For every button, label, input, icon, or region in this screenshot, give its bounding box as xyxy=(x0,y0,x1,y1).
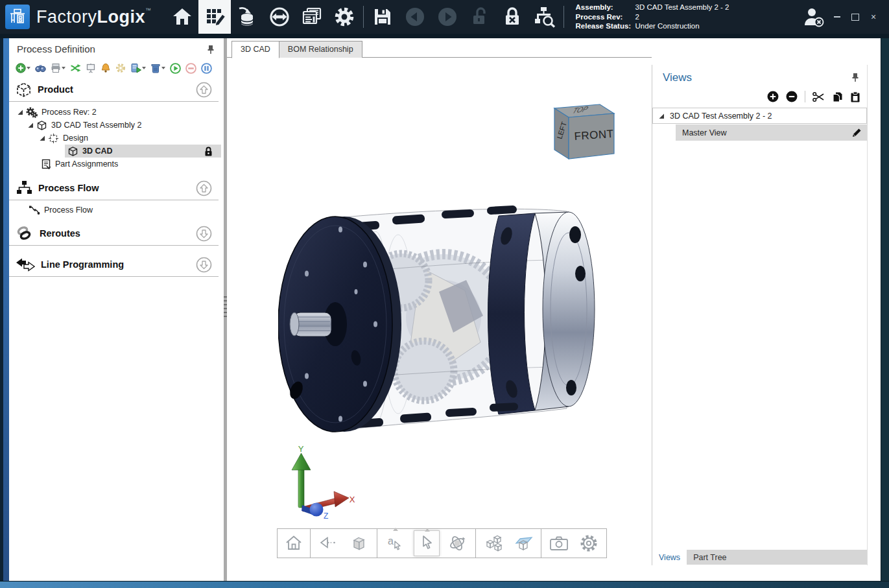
lock-close-button[interactable] xyxy=(496,0,528,34)
section-label: Product xyxy=(38,84,190,95)
pin-icon[interactable] xyxy=(207,45,215,54)
paste-button[interactable] xyxy=(850,91,860,102)
home-button[interactable] xyxy=(166,0,198,34)
materials-button[interactable] xyxy=(231,0,263,34)
expand-section-button[interactable] xyxy=(196,257,212,273)
bell-button[interactable] xyxy=(101,63,111,73)
part-assignments-icon xyxy=(41,159,51,170)
window-frame-bottom xyxy=(0,581,889,588)
tree-item-process-flow[interactable]: Process Flow xyxy=(9,204,243,217)
process-design-button[interactable] xyxy=(198,0,231,34)
section-process-flow[interactable]: Process Flow xyxy=(9,176,219,200)
cad-viewport[interactable]: TOP LEFT FRONT xyxy=(227,58,652,581)
axis-x-label: X xyxy=(350,495,355,504)
materials-icon xyxy=(237,6,257,27)
copy-button[interactable] xyxy=(832,91,843,102)
select-label-button[interactable]: a xyxy=(383,530,409,556)
settings-button[interactable] xyxy=(328,0,361,34)
assembly-search-button[interactable] xyxy=(528,0,561,34)
orbit-button[interactable] xyxy=(444,530,470,556)
close-icon: × xyxy=(871,12,876,22)
cut-button[interactable] xyxy=(812,91,825,102)
export-button[interactable] xyxy=(130,63,146,73)
assembly-search-icon xyxy=(533,6,556,28)
home-view-button[interactable] xyxy=(281,530,307,556)
flyout-caret-icon xyxy=(393,528,398,531)
view-settings-button[interactable] xyxy=(576,530,602,556)
tab-3d-cad[interactable]: 3D CAD xyxy=(231,41,279,58)
dropdown-caret-icon xyxy=(62,67,65,69)
process-design-icon xyxy=(204,6,226,28)
views-tree-root[interactable]: 3D CAD Test Assembly 2 - 2 xyxy=(652,108,867,124)
tree-item-3d-cad[interactable]: 3D CAD xyxy=(65,145,221,158)
collapse-section-button[interactable] xyxy=(196,82,212,98)
explode-view-button[interactable] xyxy=(480,530,506,556)
expander-icon[interactable] xyxy=(17,109,23,115)
process-rev-label: Process Rev: xyxy=(576,12,635,22)
expander-icon[interactable] xyxy=(658,113,665,119)
section-reroutes[interactable]: Reroutes xyxy=(9,222,219,246)
deactivate-button[interactable] xyxy=(185,63,196,74)
views-tree-master-view[interactable]: Master View xyxy=(676,124,867,141)
lock-x-icon xyxy=(503,6,521,27)
close-button[interactable]: × xyxy=(864,9,883,25)
activate-button[interactable] xyxy=(170,63,181,74)
axis-y-label: Y xyxy=(298,444,304,454)
reroutes-icon xyxy=(16,225,34,242)
maximize-button[interactable] xyxy=(846,9,864,25)
panel-title: Process Definition xyxy=(17,43,95,54)
reports-button[interactable] xyxy=(296,0,328,34)
edit-pencil-icon[interactable] xyxy=(851,128,862,138)
expander-icon[interactable] xyxy=(39,135,45,141)
tree-item-label: Design xyxy=(63,134,88,143)
pin-icon[interactable] xyxy=(851,73,859,82)
suspend-button[interactable] xyxy=(201,63,212,74)
add-button[interactable] xyxy=(16,63,30,73)
tree-item-process-rev[interactable]: Process Rev: 2 xyxy=(9,106,231,119)
views-panel-tabstrip: Views Part Tree xyxy=(652,550,867,565)
remove-view-button[interactable] xyxy=(786,91,798,102)
navigate-forward-button[interactable] xyxy=(431,0,464,34)
viewport-toolbar: a xyxy=(277,528,607,558)
section-view-button[interactable] xyxy=(511,530,537,556)
forward-icon xyxy=(436,6,458,28)
expand-section-button[interactable] xyxy=(196,226,212,242)
collapse-section-button[interactable] xyxy=(196,180,212,196)
view-cube[interactable]: TOP LEFT FRONT xyxy=(549,99,618,161)
find-button[interactable] xyxy=(35,63,46,73)
print-button[interactable] xyxy=(51,63,65,73)
tab-bom-relationship[interactable]: BOM Relationship xyxy=(279,41,362,58)
user-logout-button[interactable] xyxy=(800,0,828,34)
look-at-button[interactable] xyxy=(315,530,341,556)
tree-item-assembly[interactable]: 3D CAD Test Assembly 2 xyxy=(9,119,242,132)
snapshot-button[interactable] xyxy=(546,530,572,556)
process-flow-icon xyxy=(16,180,32,196)
tree-item-label: 3D CAD xyxy=(82,147,113,156)
content-area: Process Definition xyxy=(9,38,881,581)
expander-icon[interactable] xyxy=(27,122,34,128)
release-status-label: Release Status: xyxy=(576,21,635,31)
tree-item-part-assignments[interactable]: Part Assignments xyxy=(9,158,256,171)
section-product[interactable]: Product xyxy=(9,78,219,102)
unlock-button[interactable] xyxy=(464,0,496,34)
shaded-view-button[interactable] xyxy=(346,530,372,556)
gear-button[interactable] xyxy=(115,63,126,73)
delete-button[interactable] xyxy=(150,63,165,73)
tab-views[interactable]: Views xyxy=(652,550,687,565)
minimize-button[interactable] xyxy=(828,9,846,25)
flow-path-icon xyxy=(29,205,40,215)
select-button[interactable] xyxy=(414,530,440,556)
lock-icon xyxy=(204,146,213,157)
dropdown-caret-icon xyxy=(142,67,146,69)
navigate-back-button[interactable] xyxy=(399,0,431,34)
section-line-programming[interactable]: Line Programming xyxy=(9,253,219,277)
tab-part-tree[interactable]: Part Tree xyxy=(687,550,733,565)
data-transfer-button[interactable] xyxy=(263,0,296,34)
assembly-value: 3D CAD Test Assembly 2 - 2 xyxy=(635,3,729,11)
tree-item-design[interactable]: Design xyxy=(9,132,254,145)
presentation-button[interactable] xyxy=(86,63,96,73)
rework-button[interactable] xyxy=(70,63,81,73)
product-cube-icon xyxy=(16,82,32,98)
save-button[interactable] xyxy=(366,0,399,34)
add-view-button[interactable] xyxy=(767,91,779,102)
